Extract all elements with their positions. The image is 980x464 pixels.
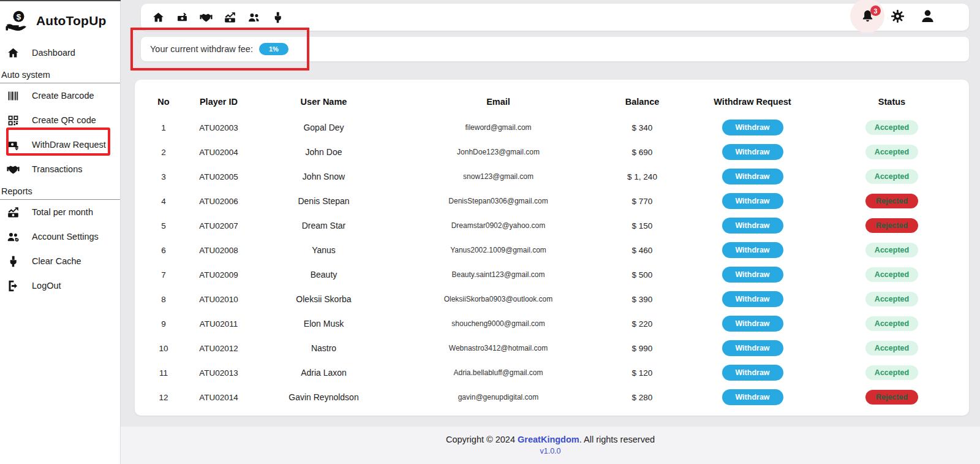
copyright-suffix: . All rights reserved: [579, 435, 655, 444]
sidebar-item-label: Total per month: [32, 207, 93, 217]
withdraw-button[interactable]: Withdraw: [722, 242, 783, 258]
app-title: AutoTopUp: [36, 13, 107, 28]
cell-email: Adria.bellabluff@gmail.com: [393, 368, 604, 377]
sidebar-item-dashboard[interactable]: Dashboard: [0, 40, 120, 65]
withdraw-button[interactable]: Withdraw: [722, 193, 783, 209]
withdraw-button[interactable]: Withdraw: [722, 267, 783, 283]
sidebar-item-account-settings[interactable]: Account Settings: [0, 224, 120, 249]
cell-status: Accepted: [824, 341, 959, 356]
copyright-text: Copyright © 2024 GreatKingdom. All right…: [121, 435, 980, 444]
app-logo[interactable]: $ AutoTopUp: [0, 0, 120, 40]
withdraw-request-table-card: NoPlayer IDUser NameEmailBalanceWithdraw…: [135, 80, 969, 416]
brush-icon: [6, 254, 20, 268]
status-badge: Accepted: [865, 267, 918, 282]
handshake-icon[interactable]: [199, 10, 213, 24]
cell-withdraw-request: Withdraw: [680, 144, 824, 160]
cell-email: Yanus2002.1009@gmail.com: [393, 246, 604, 254]
cell-user-name: John Doe: [255, 147, 393, 157]
sidebar: $ AutoTopUp DashboardAuto systemCreate B…: [0, 0, 121, 464]
withdraw-button[interactable]: Withdraw: [722, 365, 783, 381]
sidebar-item-clear-cache[interactable]: Clear Cache: [0, 249, 120, 273]
cell-status: Rejected: [824, 390, 959, 405]
cell-balance: $ 120: [604, 368, 680, 378]
sidebar-item-logout[interactable]: LogOut: [0, 273, 120, 298]
cell-player-id: ATU02004: [183, 148, 255, 157]
brush-icon[interactable]: [271, 10, 284, 24]
cell-withdraw-request: Withdraw: [680, 316, 824, 332]
cell-player-id: ATU02006: [183, 197, 255, 206]
table-row: 4ATU02006Denis StepanDenisStepan0306@gma…: [145, 189, 959, 213]
status-badge: Accepted: [865, 145, 918, 159]
cell-player-id: ATU02003: [183, 123, 255, 132]
withdraw-fee-label: Your current withdraw fee:: [150, 44, 253, 54]
home-icon[interactable]: [151, 10, 165, 24]
cell-withdraw-request: Withdraw: [680, 218, 824, 234]
sidebar-item-label: LogOut: [32, 281, 61, 291]
cell-user-name: Beauty: [255, 270, 393, 280]
cell-balance: $ 150: [604, 221, 680, 230]
sidebar-item-create-qr-code[interactable]: Create QR code: [0, 108, 120, 132]
status-badge: Rejected: [865, 218, 918, 233]
cell-user-name: Yanus: [255, 245, 393, 255]
profile-button[interactable]: [920, 10, 935, 25]
user-icon: [920, 9, 935, 26]
cell-balance: $ 1, 240: [604, 172, 680, 181]
version-link[interactable]: v1.0.0: [540, 447, 560, 455]
withdraw-button[interactable]: Withdraw: [722, 120, 783, 135]
cell-status: Accepted: [824, 169, 959, 184]
cell-status: Accepted: [824, 292, 959, 306]
cell-email: OleksiiSkorba0903@outlook.com: [393, 295, 604, 303]
cell-player-id: ATU02010: [183, 295, 255, 304]
cell-user-name: Gopal Dey: [255, 123, 393, 132]
chart-money-icon[interactable]: [223, 10, 236, 24]
cell-balance: $ 280: [604, 393, 680, 402]
sidebar-item-total-per-month[interactable]: Total per month: [0, 200, 120, 224]
cell-no: 12: [145, 393, 183, 402]
sidebar-section-reports: Reports: [0, 181, 120, 200]
settings-button[interactable]: [890, 10, 905, 25]
notifications-button[interactable]: 3: [860, 10, 875, 25]
cell-no: 6: [145, 246, 183, 255]
table-row: 3ATU02005John Snowsnow123@gmail.com$ 1, …: [145, 164, 959, 189]
sidebar-item-withdraw-request[interactable]: WithDraw Request: [0, 132, 120, 157]
chart-money-icon: [6, 205, 20, 219]
withdraw-button[interactable]: Withdraw: [722, 389, 783, 405]
cell-no: 2: [145, 148, 183, 157]
table-header-row: NoPlayer IDUser NameEmailBalanceWithdraw…: [145, 88, 959, 115]
cell-player-id: ATU02012: [183, 344, 255, 353]
status-badge: Accepted: [865, 243, 918, 257]
withdraw-button[interactable]: Withdraw: [722, 340, 783, 356]
app-root: $ AutoTopUp DashboardAuto systemCreate B…: [0, 0, 980, 464]
sidebar-item-label: Create QR code: [32, 115, 96, 125]
brand-link[interactable]: GreatKingdom: [518, 435, 579, 444]
withdraw-button[interactable]: Withdraw: [722, 291, 783, 307]
column-header-user-name: User Name: [255, 97, 393, 107]
cell-withdraw-request: Withdraw: [680, 267, 824, 283]
users-icon[interactable]: [247, 10, 260, 24]
cell-player-id: ATU02007: [183, 221, 255, 230]
withdraw-button[interactable]: Withdraw: [722, 316, 783, 332]
withdraw-button[interactable]: Withdraw: [722, 169, 783, 184]
money-exchange-icon[interactable]: [175, 10, 189, 24]
cell-email: Beauty.saint123@gmail.com: [393, 270, 604, 279]
withdraw-button[interactable]: Withdraw: [722, 144, 783, 160]
cell-balance: $ 340: [604, 123, 680, 132]
withdraw-fee-value-badge: 1%: [259, 43, 288, 55]
handshake-icon: [6, 162, 20, 176]
cell-no: 7: [145, 270, 183, 280]
cell-withdraw-request: Withdraw: [680, 169, 824, 184]
sidebar-item-label: Account Settings: [32, 232, 99, 242]
sidebar-item-create-barcode[interactable]: Create Barcode: [0, 83, 120, 108]
cell-withdraw-request: Withdraw: [680, 340, 824, 356]
cell-email: Webnastro3412@hotmail.com: [393, 344, 604, 352]
cell-user-name: John Snow: [255, 172, 393, 181]
column-header-no: No: [145, 97, 183, 107]
cell-balance: $ 690: [604, 148, 680, 157]
cell-status: Accepted: [824, 365, 959, 380]
cell-status: Accepted: [824, 243, 959, 257]
cell-balance: $ 990: [604, 344, 680, 353]
logo-hand-dollar-icon: $: [5, 10, 31, 32]
cell-balance: $ 460: [604, 246, 680, 255]
sidebar-item-transactions[interactable]: Transactions: [0, 157, 120, 181]
withdraw-button[interactable]: Withdraw: [722, 218, 783, 234]
